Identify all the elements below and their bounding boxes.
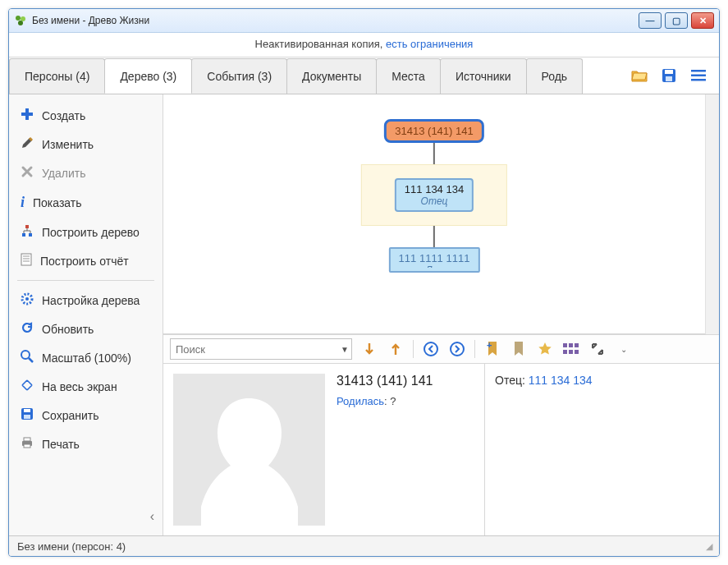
gear-icon xyxy=(21,292,34,308)
sidebar-item-build-report[interactable]: Построить отчёт xyxy=(9,246,163,275)
svg-point-19 xyxy=(25,297,29,301)
sidebar-item-refresh[interactable]: Обновить xyxy=(9,315,163,343)
content: 31413 (141) 141 111 134 134 Отец 111 111… xyxy=(163,94,719,535)
svg-rect-35 xyxy=(569,350,573,354)
sidebar-item-print[interactable]: Печать xyxy=(9,429,163,458)
menu-icon[interactable] xyxy=(689,67,707,85)
avatar-placeholder xyxy=(173,374,325,526)
tab-families[interactable]: Родь xyxy=(526,58,584,94)
detail-pane: ▼ + ⌄ xyxy=(163,334,719,535)
nav-forward-icon[interactable] xyxy=(448,340,466,358)
sidebar-label: Масштаб (100%) xyxy=(42,351,131,365)
svg-text:+: + xyxy=(487,341,492,350)
born-label: Родилась xyxy=(337,395,384,407)
sidebar-item-build-tree[interactable]: Построить дерево xyxy=(9,218,163,246)
window-buttons: — ▢ ✕ xyxy=(639,12,714,29)
sidebar-item-create[interactable]: Создать xyxy=(9,101,163,130)
nav-back-icon[interactable] xyxy=(422,340,440,358)
trial-text: Неактивированная копия, xyxy=(255,38,386,50)
star-icon[interactable] xyxy=(536,340,554,358)
svg-rect-8 xyxy=(691,79,706,81)
expand-icon[interactable] xyxy=(588,340,607,358)
sidebar-item-delete: Удалить xyxy=(9,158,163,187)
sidebar-label: Построить отчёт xyxy=(40,255,129,268)
tab-bar: Персоны (4) Дерево (3) События (3) Докум… xyxy=(9,57,719,94)
svg-point-28 xyxy=(424,342,437,356)
tree-icon xyxy=(21,224,34,240)
bookmark-add-icon[interactable]: + xyxy=(483,340,501,358)
grid-view-icon[interactable] xyxy=(562,340,580,358)
chevron-down-icon[interactable]: ▼ xyxy=(338,345,351,354)
tab-persons[interactable]: Персоны (4) xyxy=(9,58,105,94)
person-card: 31413 (141) 141 Родилась: ? xyxy=(163,364,485,535)
tree-node-child[interactable]: 111 1111 1111 Лол xyxy=(389,247,480,273)
magnifier-icon xyxy=(21,350,34,365)
svg-rect-33 xyxy=(575,343,579,347)
tab-documents[interactable]: Документы xyxy=(286,58,377,94)
svg-rect-14 xyxy=(21,254,31,265)
status-bar: Без имени (персон: 4) ◢ xyxy=(9,535,719,556)
toolbar-icons xyxy=(619,57,719,94)
sidebar-item-tree-settings[interactable]: Настройка дерева xyxy=(9,286,163,315)
svg-rect-24 xyxy=(24,415,30,419)
tree-node-relation: Лол xyxy=(399,264,470,268)
tab-events[interactable]: События (3) xyxy=(191,58,287,94)
tree-canvas[interactable]: 31413 (141) 141 111 134 134 Отец 111 111… xyxy=(163,94,705,334)
svg-rect-4 xyxy=(665,70,673,74)
relation-link[interactable]: 111 134 134 xyxy=(529,374,593,387)
trial-link[interactable]: есть ограничения xyxy=(386,38,473,50)
sidebar-item-save[interactable]: Сохранить xyxy=(9,401,163,429)
svg-line-21 xyxy=(29,358,33,362)
born-value: : ? xyxy=(384,395,396,407)
tab-tree[interactable]: Дерево (3) xyxy=(104,58,192,94)
svg-point-1 xyxy=(21,16,25,21)
tab-places[interactable]: Места xyxy=(376,58,441,94)
sidebar-label: Создать xyxy=(42,109,85,122)
sidebar-label: Показать xyxy=(33,196,82,209)
svg-point-29 xyxy=(451,342,464,356)
sidebar-label: Печать xyxy=(42,438,80,451)
arrow-up-icon[interactable] xyxy=(387,340,405,358)
svg-rect-27 xyxy=(24,444,30,448)
canvas-scrollbar[interactable] xyxy=(705,94,719,334)
sidebar-label: Удалить xyxy=(42,167,85,180)
tab-sources[interactable]: Источники xyxy=(440,58,527,94)
search-input[interactable] xyxy=(171,342,338,357)
sidebar-item-edit[interactable]: Изменить xyxy=(9,130,163,158)
svg-rect-26 xyxy=(24,438,30,441)
svg-rect-23 xyxy=(24,409,30,412)
relation-label: Отец: xyxy=(495,374,529,387)
open-folder-icon[interactable] xyxy=(630,67,648,85)
minimize-button[interactable]: — xyxy=(639,12,662,29)
svg-rect-31 xyxy=(563,343,567,347)
maximize-button[interactable]: ▢ xyxy=(665,12,688,29)
sidebar-item-show[interactable]: i Показать xyxy=(9,187,163,218)
save-icon[interactable] xyxy=(660,67,678,85)
trial-strip: Неактивированная копия, есть ограничения xyxy=(9,33,719,57)
tree-node-parent[interactable]: 111 134 134 Отец xyxy=(395,178,474,212)
svg-rect-5 xyxy=(666,76,672,81)
resize-grip[interactable]: ◢ xyxy=(706,541,711,552)
tree-connector xyxy=(433,226,435,247)
tree-node-root[interactable]: 31413 (141) 141 xyxy=(384,119,483,143)
detail-toolbar: ▼ + ⌄ xyxy=(163,335,719,364)
bookmark-icon[interactable] xyxy=(510,340,528,358)
refresh-icon xyxy=(21,321,34,337)
arrow-down-icon[interactable] xyxy=(360,340,378,358)
search-field[interactable]: ▼ xyxy=(170,338,352,360)
dropdown-icon[interactable]: ⌄ xyxy=(615,340,633,358)
svg-point-2 xyxy=(18,21,23,25)
window-frame: Без имени - Древо Жизни — ▢ ✕ Неактивиро… xyxy=(8,8,720,557)
svg-rect-13 xyxy=(29,233,32,237)
sidebar-item-fullscreen[interactable]: На весь экран xyxy=(9,372,163,401)
title-bar[interactable]: Без имени - Древо Жизни — ▢ ✕ xyxy=(9,9,719,33)
app-icon xyxy=(14,14,27,27)
sidebar-item-zoom[interactable]: Масштаб (100%) xyxy=(9,343,163,372)
close-button[interactable]: ✕ xyxy=(691,12,714,29)
printer-icon xyxy=(21,436,34,452)
relations-panel: Отец: 111 134 134 xyxy=(485,364,719,535)
svg-rect-34 xyxy=(563,350,567,354)
window-title: Без имени - Древо Жизни xyxy=(32,15,634,26)
tree-connector xyxy=(433,143,435,164)
sidebar-collapse-button[interactable]: ‹ xyxy=(9,504,163,529)
